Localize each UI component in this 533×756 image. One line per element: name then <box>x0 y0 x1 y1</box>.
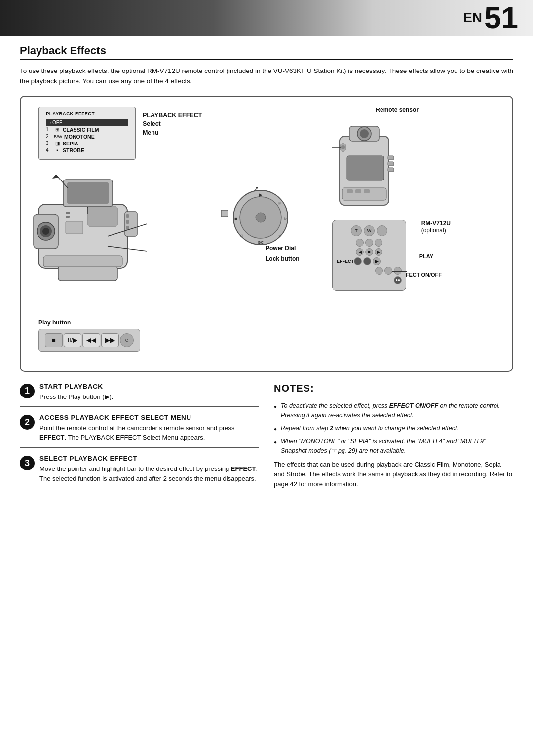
pause-play-button[interactable]: II/▶ <box>64 333 81 347</box>
right-section: Remote sensor <box>315 107 423 291</box>
step-3-desc: Move the pointer and highlight bar to th… <box>39 464 259 483</box>
svg-rect-14 <box>58 266 117 281</box>
rm-btn-r1c3[interactable] <box>375 239 382 247</box>
rm-effect-on-off[interactable]: ●● <box>394 276 402 284</box>
fastforward-button[interactable]: ▶▶ <box>101 333 119 347</box>
rm-btn-r2c1[interactable]: ◀ <box>356 248 364 256</box>
power-dial-label: Power Dial <box>266 245 296 252</box>
notes-title: NOTES: <box>274 383 513 396</box>
step-2-title: ACCESS PLAYBACK EFFECT SELECT MENU <box>39 414 259 421</box>
lock-button-label: Lock button <box>266 255 300 262</box>
svg-rect-6 <box>67 182 109 204</box>
menu-item-3: 3 ◨ SEPIA <box>46 141 128 146</box>
svg-text:◻: ◻ <box>240 234 243 237</box>
step-1: 1 START PLAYBACK Press the Play button (… <box>20 383 259 407</box>
note-3: When "MONOTONE" or "SEPIA" is activated,… <box>274 437 513 456</box>
step-3-content: SELECT PLAYBACK EFFECT Move the pointer … <box>39 455 259 483</box>
remote-panel: T W ◀ ■ <box>332 220 406 291</box>
note-2: Repeat from step 2 when you want to chan… <box>274 424 513 433</box>
step-1-title: START PLAYBACK <box>39 383 259 390</box>
effect-text: EFFECT <box>337 259 352 264</box>
intro-text: To use these playback effects, the optio… <box>20 66 513 87</box>
svg-rect-22 <box>221 210 228 217</box>
rm-effect-btn3[interactable]: ▶ <box>373 257 381 265</box>
step-2: 2 ACCESS PLAYBACK EFFECT SELECT MENU Poi… <box>20 414 259 448</box>
step-2-number: 2 <box>20 415 35 430</box>
step-3-title: SELECT PLAYBACK EFFECT <box>39 455 259 462</box>
step-1-desc: Press the Play button (▶). <box>39 392 259 402</box>
play-button-label: Play button <box>38 319 140 326</box>
steps-notes-section: 1 START PLAYBACK Press the Play button (… <box>20 383 513 496</box>
rm-btn-r1c2[interactable] <box>365 239 373 247</box>
step-2-desc: Point the remote control at the camcorde… <box>39 423 259 442</box>
rewind-button[interactable]: ◀◀ <box>82 333 100 347</box>
svg-rect-42 <box>388 162 394 166</box>
svg-rect-15 <box>43 256 122 267</box>
menu-box-items: →OFF 1 ⊞ CLASSIC FILM 2 B/W MONOTONE <box>46 119 128 153</box>
steps-left: 1 START PLAYBACK Press the Play button (… <box>20 383 259 496</box>
remote-control-wrapper: RM-V712U (optional) PLAY EFFECT ON/OFF T… <box>332 220 406 291</box>
svg-point-39 <box>341 145 345 149</box>
diagram-box: PLAYBACK EFFECT →OFF 1 ⊞ CLASSIC FILM <box>20 96 513 372</box>
rm-btn-r4c2[interactable] <box>384 267 392 275</box>
playback-effect-menu: PLAYBACK EFFECT →OFF 1 ⊞ CLASSIC FILM <box>38 107 136 160</box>
page-title: Playback Effects <box>20 44 513 60</box>
notes-list: To deactivate the selected effect, press… <box>274 401 513 456</box>
note-1: To deactivate the selected effect, press… <box>274 401 513 420</box>
svg-rect-48 <box>364 189 370 193</box>
rm-circle-btn[interactable] <box>377 225 387 236</box>
svg-rect-41 <box>388 156 394 160</box>
svg-rect-21 <box>66 221 83 234</box>
remote-sensor-label: Remote sensor <box>376 107 419 113</box>
notes-section: NOTES: To deactivate the selected effect… <box>274 383 513 496</box>
power-dial-section: ▶ ⊞ ▷ ◁ GC ◻ ◼ ↗ Power Dial Lock button <box>216 176 315 262</box>
main-content: Playback Effects To use these playback e… <box>0 36 533 510</box>
step-2-content: ACCESS PLAYBACK EFFECT SELECT MENU Point… <box>39 414 259 442</box>
step-1-number: 1 <box>20 384 35 398</box>
svg-rect-47 <box>355 189 361 193</box>
svg-rect-19 <box>66 216 70 218</box>
header-bar: EN 51 <box>0 0 533 36</box>
menu-item-2: 2 B/W MONOTONE <box>46 134 128 140</box>
rm-w-btn[interactable]: W <box>364 225 375 236</box>
rm-btn-r4c3[interactable] <box>394 267 402 275</box>
rm-effect-btn2[interactable] <box>363 257 371 265</box>
svg-text:▶: ▶ <box>259 193 263 197</box>
camcorder-main-illustration <box>29 165 167 309</box>
rm-btn-r4c1[interactable] <box>375 267 383 275</box>
rm-t-btn[interactable]: T <box>351 225 362 236</box>
svg-text:◼: ◼ <box>234 217 237 220</box>
svg-point-32 <box>256 213 266 222</box>
notes-extra: The effects that can be used during play… <box>274 460 513 489</box>
svg-rect-46 <box>347 189 353 193</box>
menu-callout-label: Power Dial PLAYBACK EFFECT SelectMenu <box>143 111 216 138</box>
svg-rect-13 <box>126 226 129 230</box>
rm-model-label: RM-V712U (optional) <box>421 220 451 234</box>
svg-rect-20 <box>88 207 117 226</box>
other-button[interactable]: ○ <box>120 333 134 347</box>
menu-item-1: 1 ⊞ CLASSIC FILM <box>46 127 128 133</box>
power-dial-svg: ▶ ⊞ ▷ ◁ GC ◻ ◼ ↗ <box>216 176 305 254</box>
menu-box-header: PLAYBACK EFFECT <box>46 111 128 116</box>
rm-btn-r2c2[interactable]: ■ <box>365 248 373 256</box>
svg-rect-11 <box>126 214 129 218</box>
svg-point-4 <box>42 228 49 235</box>
page-number: 51 <box>484 2 518 33</box>
step-1-content: START PLAYBACK Press the Play button (▶)… <box>39 383 259 402</box>
svg-rect-43 <box>388 168 394 172</box>
rm-btn-r2c3[interactable]: ▶ <box>375 248 382 256</box>
play-buttons-area: Play button ■ II/▶ ◀◀ ▶▶ ○ <box>38 319 140 352</box>
svg-text:GC: GC <box>258 240 264 245</box>
svg-rect-44 <box>347 156 384 180</box>
svg-point-37 <box>360 129 369 138</box>
play-label: PLAY <box>419 253 433 259</box>
step-3: 3 SELECT PLAYBACK EFFECT Move the pointe… <box>20 455 259 488</box>
rm-btn-r1c1[interactable] <box>356 239 364 247</box>
side-camcorder-svg <box>330 116 409 215</box>
stop-button[interactable]: ■ <box>45 333 63 347</box>
play-buttons-row: ■ II/▶ ◀◀ ▶▶ ○ <box>38 329 140 352</box>
page-en-label: EN <box>463 10 482 26</box>
rm-effect-btn1[interactable] <box>354 257 362 265</box>
menu-item-off: →OFF <box>46 119 128 126</box>
camcorder-svg <box>29 165 167 308</box>
